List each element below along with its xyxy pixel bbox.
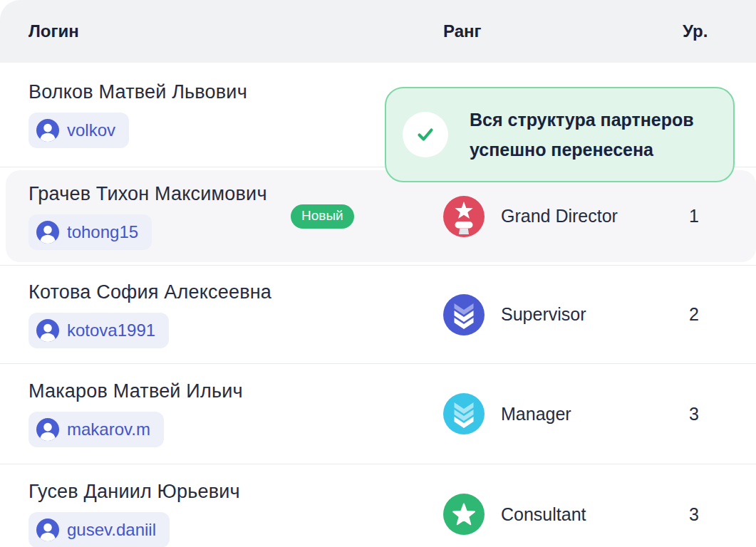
column-header-login: Логин [29,21,443,41]
login-cell: Грачев Тихон Максимович tohong15 [29,183,443,250]
column-header-rank: Ранг [443,21,683,41]
rank-star-icon [443,494,485,535]
login-chip[interactable]: gusev.daniil [29,512,170,547]
partner-name: Гусев Даниил Юрьевич [29,481,240,503]
partner-name: Макаров Матвей Ильич [29,380,243,402]
rank-cell: Consultant [443,494,683,535]
login-cell: Котова София Алексеевна kotova1991 [29,281,443,348]
login-value: gusev.daniil [67,520,156,540]
level-cell: 3 [683,404,756,424]
level-cell: 2 [683,304,756,325]
column-header-level: Ур. [683,21,756,41]
rank-name: Consultant [501,504,586,525]
table-row[interactable]: Макаров Матвей Ильич makarov.m Mana [0,364,756,464]
rank-name: Manager [501,404,571,424]
partners-page: Логин Ранг Ур. Волков Матвей Львович vol… [0,0,756,547]
partner-name: Грачев Тихон Максимович [29,183,267,205]
success-toast: Вся структура партнеров успешно перенесе… [385,87,735,182]
table-row[interactable]: Котова София Алексеевна kotova1991 [0,266,756,364]
check-icon [415,124,436,145]
table-header: Логин Ранг Ур. [0,0,756,63]
login-cell: Гусев Даниил Юрьевич gusev.daniil [29,481,443,547]
login-value: kotova1991 [67,321,155,340]
login-chip[interactable]: tohong15 [29,214,152,250]
partner-name: Котова София Алексеевна [29,281,271,303]
rank-chevrons-icon [443,393,485,434]
table-row[interactable]: Гусев Даниил Юрьевич gusev.daniil Consul… [0,464,756,547]
login-chip[interactable]: volkov [29,113,129,148]
user-avatar-icon [36,418,59,441]
level-cell: 1 [683,206,756,226]
table-row-highlighted[interactable]: Грачев Тихон Максимович tohong15 Новый [6,170,756,262]
login-value: volkov [67,120,115,140]
user-avatar-icon [36,119,59,142]
rank-cell: Grand Director [443,196,683,237]
user-avatar-icon [36,221,59,244]
login-cell: Волков Матвей Львович volkov [29,81,443,148]
rank-star-podium-icon [443,196,485,237]
new-badge: Новый [291,204,354,229]
user-avatar-icon [36,519,59,541]
rank-name: Supervisor [501,304,586,325]
level-cell: 3 [683,504,756,525]
rank-cell: Supervisor [443,294,683,335]
partner-name: Волков Матвей Львович [29,81,247,103]
rank-name: Grand Director [501,206,618,226]
toast-message: Вся структура партнеров успешно перенесе… [470,105,720,165]
login-chip[interactable]: makarov.m [29,412,164,447]
login-chip[interactable]: kotova1991 [29,313,169,348]
user-avatar-icon [36,319,59,342]
login-value: tohong15 [67,222,138,242]
rank-chevrons-icon [443,294,485,335]
login-value: makarov.m [67,420,150,439]
rank-cell: Manager [443,393,683,434]
toast-icon-circle [403,112,448,157]
login-cell: Макаров Матвей Ильич makarov.m [29,380,443,447]
